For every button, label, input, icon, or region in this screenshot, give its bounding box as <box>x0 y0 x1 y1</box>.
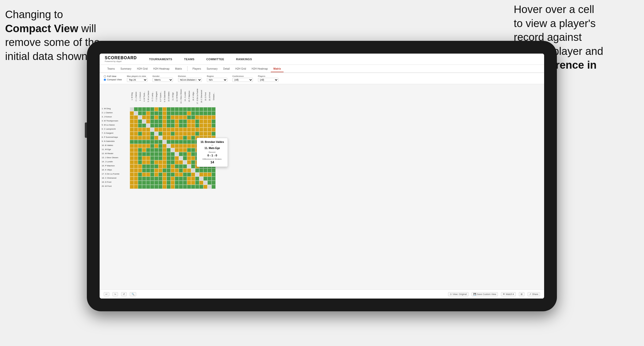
matrix-cell-r4-c20[interactable] <box>207 119 212 123</box>
matrix-cell-r2-c8[interactable] <box>158 111 162 115</box>
compact-view-label[interactable]: Compact View <box>104 78 122 81</box>
matrix-cell-r4-c9[interactable] <box>162 119 167 123</box>
matrix-cell-r15-c1[interactable] <box>130 164 134 168</box>
matrix-cell-r4-c12[interactable] <box>175 119 179 123</box>
matrix-cell-r17-c15[interactable] <box>187 172 191 177</box>
matrix-cell-r13-c4[interactable] <box>142 156 146 160</box>
matrix-cell-r7-c4[interactable] <box>142 132 146 136</box>
matrix-cell-r13-c8[interactable] <box>158 156 162 160</box>
matrix-cell-r6-c14[interactable] <box>183 128 187 132</box>
matrix-cell-r5-c10[interactable] <box>167 123 171 128</box>
matrix-cell-r18-c17[interactable] <box>195 177 199 181</box>
matrix-cell-r11-c1[interactable] <box>130 148 134 152</box>
matrix-cell-r1-c18[interactable] <box>199 107 203 111</box>
matrix-cell-r8-c16[interactable] <box>191 136 195 140</box>
matrix-cell-r1-c3[interactable] <box>138 107 142 111</box>
matrix-cell-r20-c4[interactable] <box>142 185 146 189</box>
matrix-cell-r8-c12[interactable] <box>175 136 179 140</box>
matrix-cell-r11-c15[interactable] <box>187 148 191 152</box>
matrix-cell-r3-c21[interactable] <box>212 115 216 119</box>
matrix-cell-r5-c11[interactable] <box>171 123 175 128</box>
matrix-cell-r15-c4[interactable] <box>142 164 146 168</box>
matrix-cell-r13-c5[interactable] <box>146 156 150 160</box>
matrix-cell-r6-c16[interactable] <box>191 128 195 132</box>
matrix-cell-r2-c9[interactable] <box>162 111 167 115</box>
matrix-cell-r10-c6[interactable] <box>150 144 154 148</box>
matrix-cell-r11-c10[interactable] <box>167 148 171 152</box>
undo-btn[interactable]: ↩ <box>104 292 109 296</box>
matrix-cell-r8-c8[interactable] <box>158 136 162 140</box>
matrix-cell-r11-c6[interactable] <box>150 148 154 152</box>
matrix-cell-r6-c18[interactable] <box>199 128 203 132</box>
matrix-cell-r18-c3[interactable] <box>138 177 142 181</box>
matrix-cell-r16-c19[interactable] <box>203 168 207 172</box>
matrix-cell-r11-c11[interactable] <box>171 148 175 152</box>
matrix-cell-r17-c6[interactable] <box>150 172 154 177</box>
matrix-cell-r17-c9[interactable] <box>162 172 167 177</box>
matrix-cell-r3-c17[interactable] <box>195 115 199 119</box>
matrix-cell-r13-c6[interactable] <box>150 156 154 160</box>
matrix-cell-r10-c16[interactable] <box>191 144 195 148</box>
search-btn[interactable]: 🔍 <box>130 292 136 296</box>
matrix-cell-r19-c20[interactable] <box>207 181 212 185</box>
matrix-cell-r19-c7[interactable] <box>154 181 158 185</box>
matrix-cell-r15-c16[interactable] <box>191 164 195 168</box>
matrix-cell-r2-c19[interactable] <box>203 111 207 115</box>
matrix-cell-r3-c6[interactable] <box>150 115 154 119</box>
matrix-cell-r2-c1[interactable] <box>130 111 134 115</box>
matrix-cell-r5-c2[interactable] <box>134 123 138 128</box>
matrix-cell-r5-c6[interactable] <box>150 123 154 128</box>
matrix-cell-r18-c15[interactable] <box>187 177 191 181</box>
matrix-cell-r18-c2[interactable] <box>134 177 138 181</box>
matrix-cell-r5-c13[interactable] <box>179 123 183 128</box>
matrix-cell-r7-c21[interactable] <box>212 132 216 136</box>
matrix-cell-r1-c19[interactable] <box>203 107 207 111</box>
matrix-cell-r13-c10[interactable] <box>167 156 171 160</box>
matrix-cell-r13-c2[interactable] <box>134 156 138 160</box>
matrix-cell-r9-c9[interactable] <box>162 140 167 144</box>
matrix-cell-r8-c7[interactable] <box>154 136 158 140</box>
save-custom-btn[interactable]: 💾 Save Custom View <box>472 292 498 296</box>
matrix-cell-r3-c12[interactable] <box>175 115 179 119</box>
matrix-cell-r20-c6[interactable] <box>150 185 154 189</box>
matrix-cell-r19-c18[interactable] <box>199 181 203 185</box>
matrix-cell-r5-c20[interactable] <box>207 123 212 128</box>
matrix-cell-r17-c10[interactable] <box>167 172 171 177</box>
matrix-cell-r19-c12[interactable] <box>175 181 179 185</box>
matrix-cell-r7-c7[interactable] <box>154 132 158 136</box>
matrix-cell-r10-c12[interactable] <box>175 144 179 148</box>
matrix-cell-r3-c2[interactable] <box>134 115 138 119</box>
matrix-cell-r15-c12[interactable] <box>175 164 179 168</box>
matrix-cell-r19-c15[interactable] <box>187 181 191 185</box>
matrix-cell-r7-c17[interactable] <box>195 132 199 136</box>
matrix-cell-r3-c7[interactable] <box>154 115 158 119</box>
matrix-cell-r13-c11[interactable] <box>171 156 175 160</box>
matrix-cell-r19-c13[interactable] <box>179 181 183 185</box>
sub-nav-players[interactable]: Players <box>190 66 204 72</box>
matrix-cell-r19-c17[interactable] <box>195 181 199 185</box>
matrix-cell-r10-c9[interactable] <box>162 144 167 148</box>
matrix-cell-r1-c4[interactable] <box>142 107 146 111</box>
matrix-cell-r16-c16[interactable] <box>191 168 195 172</box>
matrix-cell-r1-c12[interactable] <box>175 107 179 111</box>
matrix-cell-r18-c20[interactable] <box>207 177 212 181</box>
matrix-cell-r20-c10[interactable] <box>167 185 171 189</box>
matrix-cell-r8-c5[interactable] <box>146 136 150 140</box>
matrix-cell-r20-c2[interactable] <box>134 185 138 189</box>
matrix-cell-r1-c10[interactable] <box>167 107 171 111</box>
matrix-cell-r11-c8[interactable] <box>158 148 162 152</box>
matrix-cell-r12-c16[interactable] <box>191 152 195 156</box>
full-view-label[interactable]: Full View <box>104 75 122 78</box>
matrix-cell-r17-c14[interactable] <box>183 172 187 177</box>
matrix-cell-r4-c18[interactable] <box>199 119 203 123</box>
matrix-cell-r19-c6[interactable] <box>150 181 154 185</box>
matrix-cell-r6-c11[interactable] <box>171 128 175 132</box>
matrix-cell-r13-c9[interactable] <box>162 156 167 160</box>
matrix-cell-r4-c8[interactable] <box>158 119 162 123</box>
matrix-cell-r16-c10[interactable] <box>167 168 171 172</box>
matrix-cell-r7-c11[interactable] <box>171 132 175 136</box>
matrix-cell-r10-c8[interactable] <box>158 144 162 148</box>
matrix-cell-r6-c10[interactable] <box>167 128 171 132</box>
matrix-cell-r20-c19[interactable] <box>203 185 207 189</box>
matrix-cell-r1-c7[interactable] <box>154 107 158 111</box>
